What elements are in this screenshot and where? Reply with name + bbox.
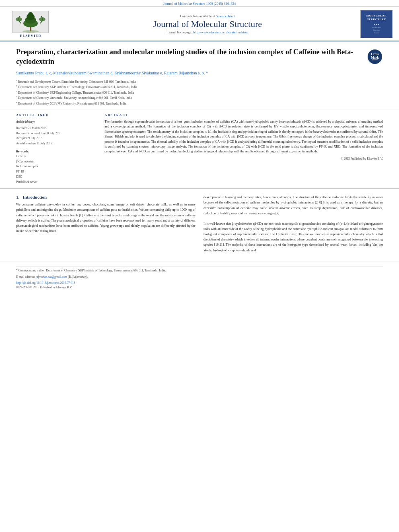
affiliation-a: a Research and Development Centre, Bhara… [16, 79, 383, 84]
sciencedirect-text: Contents lists available at ScienceDirec… [55, 14, 360, 18]
intro-right-body-text: development in learning and memory rates… [204, 195, 383, 253]
footer-corresponding-author: * Corresponding author. Department of Ch… [16, 268, 383, 273]
email-name: (R. Rajamohan). [68, 275, 88, 279]
affiliation-d: d Department of Chemistry, Annamalai Uni… [16, 95, 383, 101]
article-info-header: ARTICLE INFO [16, 113, 97, 117]
keywords-label: Keywords: [16, 150, 97, 153]
svg-text:Mark: Mark [371, 56, 379, 60]
received-revised-date: Received in revised form 8 July 2015 [16, 131, 97, 136]
elsevier-tree-image [12, 11, 49, 33]
keyword-ftir: FT–IR [16, 169, 97, 175]
journal-title: Journal of Molecular Structure [55, 19, 360, 29]
footer-issn: 0022-2860/© 2015 Published by Elsevier B… [16, 286, 383, 289]
header-homepage: journal homepage: http://www.elsevier.co… [55, 30, 360, 34]
intro-col-right: development in learning and memory rates… [204, 195, 383, 253]
footer-email: E-mail address: rajmohan.nat@gmail.com (… [16, 275, 383, 279]
keywords-list: Caffeine β-Cyclodextrin Inclusion comple… [16, 154, 97, 185]
intro-col-left: 1. Introduction We consume caffeine day-… [16, 195, 195, 253]
article-title-row: Preparation, characterization and molecu… [16, 47, 383, 67]
svg-text:Cross: Cross [371, 52, 378, 56]
corresponding-author-text: Department of Chemistry, SKP Institute o… [46, 269, 166, 272]
elsevier-label: ELSEVIER [20, 34, 41, 38]
affiliations: a Research and Development Centre, Bhara… [16, 79, 383, 106]
copyright-line: © 2015 Published by Elsevier B.V. [105, 157, 383, 160]
crossmark-icon: Cross Mark [367, 49, 383, 65]
affiliation-e: e Department of Chemistry, SCSVMV Univer… [16, 101, 383, 106]
authors: Samikannu Prabu a, c, Meenakshisundaram … [16, 70, 383, 76]
corresponding-author-label: * Corresponding author. [16, 269, 45, 272]
available-online-date: Available online 11 July 2015 [16, 141, 97, 146]
sciencedirect-link[interactable]: ScienceDirect [216, 14, 235, 18]
article-info-col: ARTICLE INFO Article history: Received 2… [16, 113, 97, 185]
article-history: Article history: Received 25 March 2015 … [16, 119, 97, 146]
svg-point-5 [28, 12, 33, 17]
affiliation-c: c Department of Chemistry, SKP Engineeri… [16, 90, 383, 95]
affiliation-b: b Department of Chemistry, SKP Institute… [16, 84, 383, 90]
svg-point-7 [39, 17, 45, 21]
footer-doi[interactable]: http://dx.doi.org/10.1016/j.molstruc.201… [16, 281, 383, 285]
journal-cover-image: MOLECULAR STRUCTURE ■ ■ ■ MolecularStruc… [360, 10, 393, 38]
abstract-text: The formation through supramolecular int… [105, 119, 383, 154]
header-center: Contents lists available at ScienceDirec… [55, 14, 360, 34]
accepted-date: Accepted 9 July 2015 [16, 136, 97, 141]
article-title: Preparation, characterization and molecu… [16, 47, 362, 67]
page-footer: * Corresponding author. Department of Ch… [0, 261, 399, 292]
section-number-title: 1. Introduction [16, 195, 195, 199]
keyword-patchdock: PatchDock server [16, 180, 97, 185]
journal-homepage-link[interactable]: http://www.elsevier.com/locate/molstruc [193, 30, 249, 34]
section-number: 1. [16, 195, 19, 199]
two-col-section: ARTICLE INFO Article history: Received 2… [0, 109, 399, 189]
intro-section: 1. Introduction We consume caffeine day-… [0, 189, 399, 257]
abstract-header: ABSTRACT [105, 113, 383, 117]
svg-point-6 [16, 17, 22, 21]
header-area: ELSEVIER Contents lists available at Sci… [0, 7, 399, 41]
svg-point-1 [23, 30, 39, 33]
section-title: Introduction [23, 195, 47, 199]
keyword-caffeine: Caffeine [16, 154, 97, 159]
keyword-inclusion-complex: Inclusion complex [16, 164, 97, 169]
email-link[interactable]: rajmohan.nat@gmail.com [36, 275, 67, 279]
journal-citation-bar: Journal of Molecular Structure 1099 (201… [0, 0, 399, 7]
abstract-col: ABSTRACT The formation through supramole… [105, 113, 383, 185]
keyword-dsc: DSC [16, 175, 97, 180]
received-date: Received 25 March 2015 [16, 126, 97, 131]
intro-left-body-text: We consume caffeine day-to-day in coffee… [16, 202, 195, 234]
article-section: Preparation, characterization and molecu… [0, 41, 399, 109]
history-label: Article history: [16, 119, 97, 125]
email-label: E-mail address: [16, 275, 35, 279]
elsevier-logo: ELSEVIER [6, 11, 55, 38]
keyword-cyclodextrin: β-Cyclodextrin [16, 159, 97, 164]
